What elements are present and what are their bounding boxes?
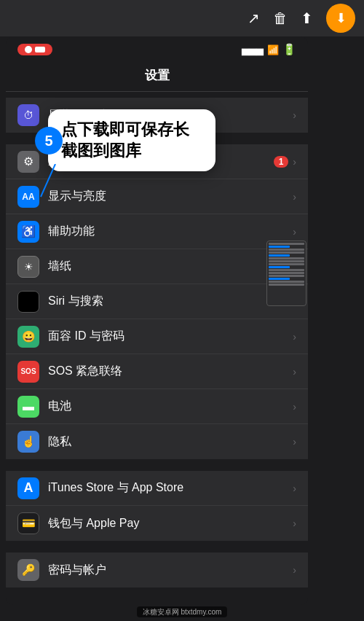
thumb-line-13 [269,278,290,280]
itunes-label: iTunes Store 与 App Store [48,480,293,496]
delete-icon[interactable]: 🗑 [273,10,288,27]
thumb-line-11 [269,272,304,274]
itunes-chevron: › [293,483,296,494]
thumb-line-2 [269,246,290,248]
section-accounts: 🔑 密码与帐户 › [6,552,308,587]
phone-frame: ▅▅▅ 📶 🔋 设置 ⏱ 屏幕使用时间 › ⚙ 通用 1 › [6,36,308,605]
sos-label: SOS 紧急联络 [48,364,293,379]
item-password[interactable]: 🔑 密码与帐户 › [6,552,308,587]
item-wallet[interactable]: 💳 钱包与 Apple Pay › [6,506,308,541]
section-gap-3 [6,465,308,471]
password-label: 密码与帐户 [48,563,293,578]
wallet-label: 钱包与 Apple Pay [48,516,293,531]
thumb-line-5 [269,254,290,257]
accessibility-label: 辅助功能 [48,224,293,239]
faceid-icon: 😀 [17,326,39,348]
thumb-line-3 [269,249,304,251]
wallpaper-icon: ☀ [17,256,39,278]
thumb-line-6 [269,257,304,259]
status-right: ▅▅▅ 📶 🔋 [242,43,296,56]
item-battery[interactable]: ▬ 电池 › [6,389,308,424]
faceid-label: 面容 ID 与密码 [48,329,293,344]
tooltip-bubble: 5 点下载即可保存长截图到图库 [48,109,215,171]
screen-time-icon: ⏱ [17,104,39,126]
thumb-line-12 [269,275,304,277]
tooltip-number: 5 [35,127,63,155]
svg-line-0 [41,164,55,197]
item-wallpaper[interactable]: ☀ 墙纸 › [6,249,308,284]
battery-icon: 🔋 [282,43,296,56]
wallpaper-label: 墙纸 [48,259,293,274]
screen-time-chevron: › [293,109,296,121]
general-chevron: › [293,156,296,168]
privacy-icon: ☝ [17,431,39,453]
accessibility-icon: ♿ [17,221,39,243]
item-itunes[interactable]: A iTunes Store 与 App Store › [6,471,308,506]
thumb-line-1 [269,243,304,245]
record-button[interactable] [17,44,52,55]
share-icon[interactable]: ↗ [248,9,260,27]
status-bar: ▅▅▅ 📶 🔋 [6,36,308,63]
privacy-label: 隐私 [48,434,293,450]
thumb-line-4 [269,251,304,254]
siri-label: Siri 与搜索 [48,294,293,309]
battery-chevron: › [293,401,296,413]
itunes-icon: A [17,477,39,499]
faceid-chevron: › [293,331,296,343]
thumb-line-8 [269,263,304,265]
display-label: 显示与亮度 [48,189,293,204]
privacy-chevron: › [293,436,296,448]
item-privacy[interactable]: ☝ 隐私 › [6,424,308,459]
wifi-icon: 📶 [267,44,279,55]
item-accessibility[interactable]: ♿ 辅助功能 › [6,214,308,249]
page-title-bar: 设置 [6,63,308,92]
section-stores: A iTunes Store 与 App Store › 💳 钱包与 Apple… [6,471,308,541]
accessibility-chevron: › [293,226,296,238]
connector-svg [33,164,77,200]
wallet-chevron: › [293,518,296,529]
password-icon: 🔑 [17,559,39,581]
thumb-line-15 [269,284,304,286]
sos-icon: SOS [17,361,39,383]
sos-chevron: › [293,366,296,378]
wallet-icon: 💳 [17,512,39,534]
general-badge: 1 [274,156,289,168]
thumbnail-preview [266,241,306,306]
export-icon[interactable]: ⬆ [301,9,313,27]
item-sos[interactable]: SOS SOS 紧急联络 › [6,354,308,389]
record-dot [25,46,32,53]
record-bar [35,47,45,52]
display-chevron: › [293,191,296,203]
thumb-line-7 [269,260,304,262]
watermark: 冰糖安卓网 btxtdmy.com [0,607,364,617]
download-button[interactable]: ⬇ [326,4,355,33]
item-siri[interactable]: 🎙 Siri 与搜索 › [6,284,308,319]
signal-icon: ▅▅▅ [242,44,264,55]
item-faceid[interactable]: 😀 面容 ID 与密码 › [6,319,308,354]
thumb-line-10 [269,269,304,271]
tooltip-text: 点下载即可保存长截图到图库 [61,120,189,160]
battery-label: 电池 [48,399,293,414]
watermark-text: 冰糖安卓网 btxtdmy.com [137,606,228,617]
section-gap-top [6,92,308,98]
page-title: 设置 [145,69,170,82]
section-gap-4 [6,547,308,552]
siri-icon: 🎙 [17,291,39,313]
battery-icon-item: ▬ [17,396,39,418]
password-chevron: › [293,564,296,576]
toolbar: ↗ 🗑 ⬆ ⬇ [0,0,364,36]
thumb-line-14 [269,281,304,283]
thumb-line-9 [269,266,290,268]
status-left [17,44,52,55]
